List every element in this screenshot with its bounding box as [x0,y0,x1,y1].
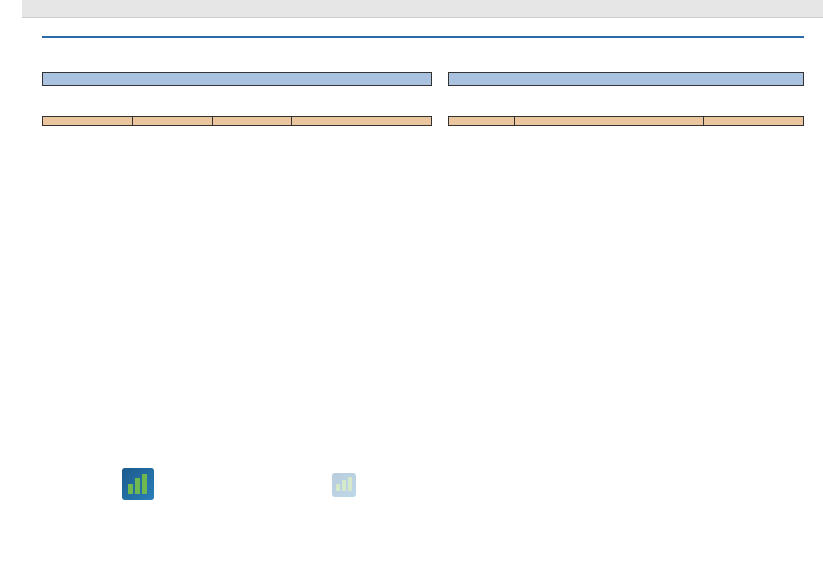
col-student-id[interactable] [43,117,133,126]
students-section-title [42,72,432,86]
exceldemy-logo [122,468,160,500]
page-title [42,30,804,38]
col-email[interactable] [292,117,432,126]
students-table [42,116,432,126]
students-header-row [43,117,432,126]
logo-icon [122,468,154,500]
col-feature[interactable] [514,117,703,126]
col-marks-grade[interactable] [212,117,292,126]
logo-icon [332,473,356,497]
col-course-no[interactable] [132,117,212,126]
col-output[interactable] [704,117,804,126]
method-section-title [448,72,804,86]
method-table [448,116,804,126]
method-header-row [449,117,804,126]
col-headers [22,0,823,18]
col-method[interactable] [449,117,515,126]
exceldemy-watermark [332,473,362,497]
